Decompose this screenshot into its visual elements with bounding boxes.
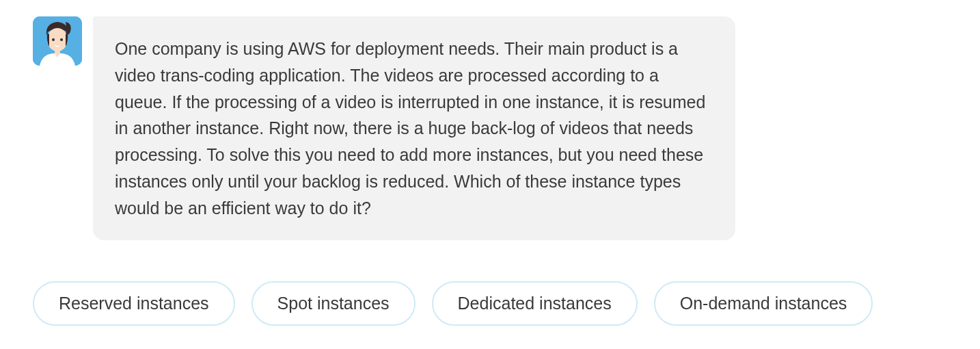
option-reserved-instances[interactable]: Reserved instances xyxy=(33,281,235,326)
svg-point-2 xyxy=(52,38,55,41)
bot-avatar xyxy=(33,16,82,66)
option-spot-instances[interactable]: Spot instances xyxy=(251,281,416,326)
chat-message-row: One company is using AWS for deployment … xyxy=(33,16,947,240)
svg-point-3 xyxy=(60,38,63,41)
svg-point-1 xyxy=(47,28,68,51)
answer-options: Reserved instances Spot instances Dedica… xyxy=(33,281,947,326)
message-text: One company is using AWS for deployment … xyxy=(115,36,713,221)
option-dedicated-instances[interactable]: Dedicated instances xyxy=(432,281,638,326)
option-on-demand-instances[interactable]: On-demand instances xyxy=(654,281,873,326)
message-bubble: One company is using AWS for deployment … xyxy=(93,16,735,240)
